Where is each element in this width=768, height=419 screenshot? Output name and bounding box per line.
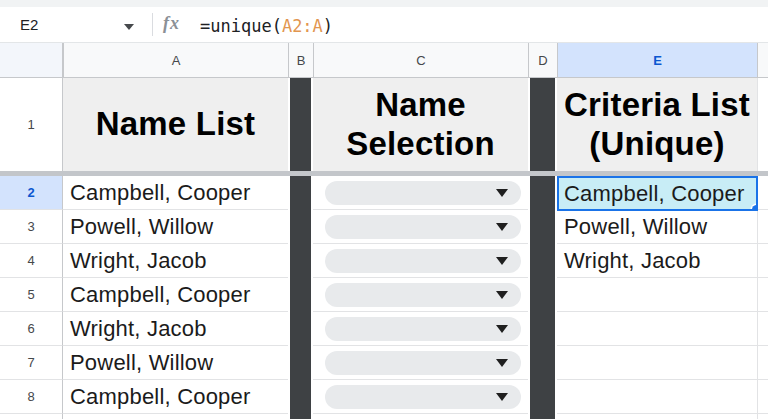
formula-range-reference: A2:A (282, 16, 323, 36)
select-all-corner[interactable] (0, 43, 63, 77)
name-selection-dropdown[interactable] (325, 283, 521, 307)
formula-bar: E2 fx =unique(A2:A) (0, 7, 768, 43)
function-icon: fx (163, 13, 180, 34)
fill-handle[interactable] (752, 205, 758, 211)
name-box-dropdown-icon[interactable] (124, 24, 134, 30)
cell-a8[interactable]: Campbell, Cooper (63, 380, 288, 414)
dark-column-b-top (288, 78, 313, 171)
dark-column-d-bottom (528, 176, 557, 419)
cell-f3-sliver (757, 210, 768, 244)
dropdown-arrow-icon (496, 291, 508, 299)
cell-c5[interactable] (313, 278, 528, 312)
row-header-6[interactable]: 6 (0, 312, 63, 346)
cell-a2[interactable]: Campbell, Cooper (63, 176, 288, 210)
name-box[interactable]: E2 (20, 16, 38, 33)
cell-f2-sliver (757, 176, 768, 210)
cell-c8[interactable] (313, 380, 528, 414)
row-header-2[interactable]: 2 (0, 176, 63, 210)
cell-e5[interactable] (557, 278, 757, 312)
cell-c7[interactable] (313, 346, 528, 380)
dark-column-d-top (528, 78, 557, 171)
row-header-3[interactable]: 3 (0, 210, 63, 244)
name-selection-dropdown[interactable] (325, 351, 521, 375)
dropdown-arrow-icon (496, 325, 508, 333)
row-header-4[interactable]: 4 (0, 244, 63, 278)
cell-a5[interactable]: Campbell, Cooper (63, 278, 288, 312)
row-header-5[interactable]: 5 (0, 278, 63, 312)
column-header-b[interactable]: B (288, 43, 313, 77)
cell-c4[interactable] (313, 244, 528, 278)
header-row-1: 1 Name List Name Selection Criteria List… (0, 78, 768, 171)
cell-f1-sliver (757, 78, 768, 171)
formula-bar-divider (152, 13, 153, 36)
formula-suffix: ) (323, 16, 333, 36)
cell-f6-sliver (757, 312, 768, 346)
sheet-row-8: 8 Campbell, Cooper (0, 380, 768, 414)
dropdown-arrow-icon (496, 359, 508, 367)
sheet-row-9-partial (0, 414, 768, 419)
name-selection-dropdown[interactable] (325, 181, 521, 205)
cell-f5-sliver (757, 278, 768, 312)
cell-c9-partial (313, 414, 528, 419)
dropdown-arrow-icon (496, 189, 508, 197)
column-header-next-sliver (757, 43, 768, 77)
toolbar-bottom-strip (0, 0, 768, 7)
column-header-d[interactable]: D (528, 43, 557, 77)
sheet-row-2: 2 Campbell, Cooper Campbell, Cooper (0, 176, 768, 210)
cell-f9-partial (757, 414, 768, 419)
cell-e3[interactable]: Powell, Willow (557, 210, 757, 244)
formula-input[interactable]: =unique(A2:A) (200, 16, 333, 36)
cell-e2-value: Campbell, Cooper (564, 181, 745, 207)
cell-e4[interactable]: Wright, Jacob (557, 244, 757, 278)
cell-a9-partial (63, 414, 288, 419)
cell-a4[interactable]: Wright, Jacob (63, 244, 288, 278)
row-header-1[interactable]: 1 (0, 78, 63, 171)
cell-f4-sliver (757, 244, 768, 278)
cell-f7-sliver (757, 346, 768, 380)
cell-e9-partial (557, 414, 757, 419)
cell-a3[interactable]: Powell, Willow (63, 210, 288, 244)
sheet-row-4: 4 Wright, Jacob Wright, Jacob (0, 244, 768, 278)
cell-c2[interactable] (313, 176, 528, 210)
name-selection-dropdown[interactable] (325, 317, 521, 341)
cell-c3[interactable] (313, 210, 528, 244)
frozen-row-divider[interactable] (0, 171, 768, 176)
dark-column-b-bottom (288, 176, 313, 419)
sheet-row-5: 5 Campbell, Cooper (0, 278, 768, 312)
cell-a7[interactable]: Powell, Willow (63, 346, 288, 380)
cell-c6[interactable] (313, 312, 528, 346)
name-selection-dropdown[interactable] (325, 385, 521, 409)
sheet-row-7: 7 Powell, Willow (0, 346, 768, 380)
dropdown-arrow-icon (496, 393, 508, 401)
cell-a6[interactable]: Wright, Jacob (63, 312, 288, 346)
cell-e6[interactable] (557, 312, 757, 346)
name-selection-dropdown[interactable] (325, 249, 521, 273)
row-header-9-partial (0, 414, 63, 419)
column-header-c[interactable]: C (313, 43, 528, 77)
formula-prefix: =unique( (200, 16, 282, 36)
cell-e7[interactable] (557, 346, 757, 380)
dropdown-arrow-icon (496, 223, 508, 231)
cell-e2-selected[interactable]: Campbell, Cooper (557, 176, 758, 211)
cell-f8-sliver (757, 380, 768, 414)
row-header-8[interactable]: 8 (0, 380, 63, 414)
column-header-a[interactable]: A (63, 43, 288, 77)
cell-e8[interactable] (557, 380, 757, 414)
cell-e1-criteria-list[interactable]: Criteria List (Unique) (557, 78, 757, 171)
row-header-7[interactable]: 7 (0, 346, 63, 380)
column-header-e-selected[interactable]: E (557, 43, 757, 77)
sheet-row-6: 6 Wright, Jacob (0, 312, 768, 346)
dropdown-arrow-icon (496, 257, 508, 265)
name-selection-dropdown[interactable] (325, 215, 521, 239)
cell-c1-name-selection[interactable]: Name Selection (313, 78, 528, 171)
cell-a1-name-list[interactable]: Name List (63, 78, 288, 171)
sheet-row-3: 3 Powell, Willow Powell, Willow (0, 210, 768, 244)
